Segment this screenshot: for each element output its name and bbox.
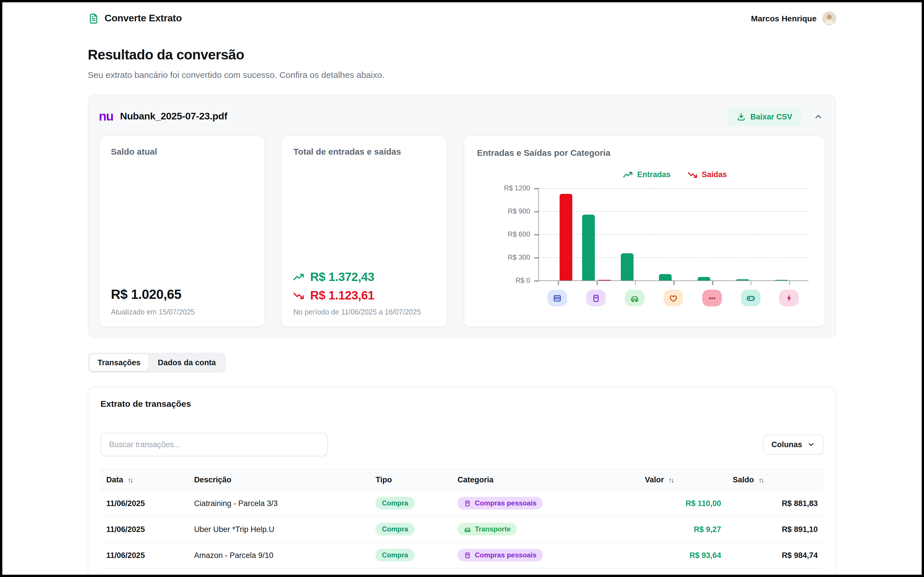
cell-saldo: R$ 891,10: [727, 516, 824, 542]
column-header-data[interactable]: Data↑↓: [100, 469, 188, 490]
cell-valor: R$ 110,00: [639, 490, 727, 516]
column-header-descricao: Descrição: [188, 469, 370, 490]
collapse-card-button[interactable]: [811, 110, 825, 124]
gamepad-icon: [741, 290, 760, 306]
chevron-down-icon: [807, 441, 815, 448]
bar-group-lightning: [773, 188, 805, 280]
saidas-total-value: R$ 1.123,61: [310, 288, 374, 302]
y-tick-label: R$ 300: [508, 253, 530, 261]
page-title: Resultado da conversão: [88, 47, 836, 63]
column-header-categoria: Categoria: [452, 469, 639, 490]
download-csv-button[interactable]: Baixar CSV: [728, 107, 801, 126]
transaction-row[interactable]: 11/06/2025Uber Uber *Trip Help.UCompraTr…: [100, 516, 824, 542]
car-icon: [464, 525, 472, 533]
bar-entradas-car: [621, 254, 633, 280]
sort-icon[interactable]: ↑↓: [128, 476, 132, 484]
column-header-valor[interactable]: Valor↑↓: [639, 469, 727, 490]
transaction-row[interactable]: 11/06/2025Ciatraining - Parcela 3/3Compr…: [100, 490, 824, 516]
chart-y-axis: R$ 1200R$ 900R$ 600R$ 300R$ 0: [477, 188, 538, 280]
totais-title: Total de entradas e saídas: [293, 147, 435, 156]
tab-transacoes[interactable]: Transações: [89, 354, 149, 371]
bar-group-heart: [657, 188, 690, 280]
shopping-bag-icon: [464, 500, 472, 507]
shopping-bag-icon: [464, 551, 472, 559]
cell-categoria: Compras pessoais: [452, 542, 639, 568]
cell-tipo: Compra: [370, 516, 452, 542]
car-icon: [625, 290, 645, 306]
tipo-badge: Compra: [376, 523, 415, 535]
trend-up-icon: [624, 171, 633, 178]
cell-data: 11/06/2025: [100, 542, 188, 568]
cell-tipo: Compra: [370, 490, 452, 516]
categoria-badge: Transporte: [458, 523, 517, 535]
cell-categoria: Transporte: [452, 516, 639, 542]
user-menu[interactable]: Marcos Henrique: [751, 11, 836, 26]
page-subtitle: Seu extrato bancário foi convertido com …: [88, 70, 836, 80]
bar-saidas-credit-card: [560, 194, 573, 280]
file-header: nu Nubank_2025-07-23.pdf Baixar CSV: [99, 103, 825, 130]
columns-button-label: Colunas: [771, 440, 802, 449]
chart-plot-area: [538, 188, 809, 281]
conversion-result-card: nu Nubank_2025-07-23.pdf Baixar CSV: [88, 95, 836, 338]
bar-entradas-heart: [659, 274, 672, 280]
brand-name: Converte Extrato: [105, 13, 182, 24]
trend-up-icon: [293, 273, 304, 281]
column-header-tipo: Tipo: [370, 469, 452, 490]
heart-icon: [664, 290, 683, 306]
transaction-row[interactable]: 11/06/2025Amazon - Parcela 9/10CompraCom…: [100, 542, 824, 568]
saldo-title: Saldo atual: [111, 147, 253, 156]
bar-group-more-dots: [696, 188, 728, 280]
cell-data: 11/06/2025: [100, 516, 188, 542]
shopping-bag-icon: [586, 290, 606, 306]
tipo-badge: Compra: [376, 549, 415, 561]
more-dots-icon: [702, 290, 722, 306]
saldo-value: R$ 1.020,65: [111, 287, 253, 302]
transactions-title: Extrato de transações: [100, 399, 824, 408]
table-header-row: Data↑↓DescriçãoTipoCategoriaValor↑↓Saldo…: [100, 469, 824, 490]
sort-icon[interactable]: ↑↓: [669, 476, 673, 484]
y-tick-label: R$ 1200: [504, 184, 530, 192]
saldo-caption: Atualizado em 15/07/2025: [111, 308, 253, 316]
saidas-total: R$ 1.123,61: [293, 288, 435, 302]
trend-down-icon: [293, 292, 304, 299]
bar-chart: R$ 1200R$ 900R$ 600R$ 300R$ 0: [477, 188, 812, 281]
bar-entradas-gamepad: [736, 279, 749, 280]
bar-group-gamepad: [735, 188, 767, 280]
cell-descricao: Uber Uber *Trip Help.U: [188, 516, 370, 542]
column-header-saldo[interactable]: Saldo↑↓: [727, 469, 824, 490]
y-tick-label: R$ 600: [508, 230, 530, 238]
chart-legend: EntradasSaídas: [538, 170, 812, 179]
avatar: [822, 11, 836, 26]
credit-card-icon: [548, 290, 567, 306]
entradas-total-value: R$ 1.372,43: [310, 270, 374, 284]
cell-descricao: Ciatraining - Parcela 3/3: [188, 490, 370, 516]
cell-data: 11/06/2025: [100, 490, 188, 516]
chevron-up-icon: [814, 112, 823, 121]
chart-title: Entradas e Saídas por Categoria: [477, 148, 812, 158]
chart-category-icons: [538, 290, 809, 306]
trend-down-icon: [688, 171, 698, 178]
columns-button[interactable]: Colunas: [762, 435, 824, 455]
cell-valor: R$ 93,64: [639, 542, 727, 568]
bar-group-car: [619, 188, 651, 280]
y-tick-label: R$ 900: [508, 207, 530, 215]
cell-saldo: R$ 881,83: [727, 490, 824, 516]
saldo-card: Saldo atual R$ 1.020,65 Atualizado em 15…: [99, 135, 265, 327]
search-input[interactable]: [100, 433, 328, 456]
categoria-badge: Compras pessoais: [458, 497, 543, 509]
lightning-icon: [779, 290, 799, 306]
tab-dados-da-conta[interactable]: Dados da conta: [150, 354, 224, 371]
totais-caption: No período de 11/06/2025 a 16/07/2025: [293, 308, 435, 316]
entradas-total: R$ 1.372,43: [293, 270, 435, 284]
transactions-card: Extrato de transações Colunas D: [88, 387, 836, 575]
cell-descricao: Amazon - Parcela 9/10: [188, 542, 370, 568]
bar-entradas-more-dots: [698, 277, 710, 280]
bar-saidas-shopping-bag: [598, 280, 611, 280]
brand-logo[interactable]: Converte Extrato: [88, 13, 182, 24]
cell-saldo: R$ 984,74: [727, 542, 824, 568]
download-csv-label: Baixar CSV: [750, 112, 792, 121]
file-name: Nubank_2025-07-23.pdf: [120, 111, 227, 122]
bar-entradas-shopping-bag: [582, 214, 595, 280]
cell-valor: R$ 9,27: [639, 516, 727, 542]
sort-icon[interactable]: ↑↓: [759, 476, 763, 484]
